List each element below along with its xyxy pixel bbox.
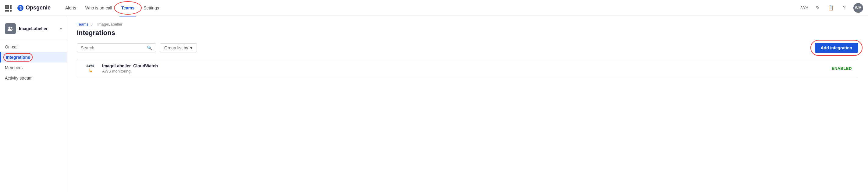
breadcrumb: Teams / ImageLabeller [77,22,858,27]
nav-right: 33% ✎ 📋 ? WM [800,3,863,13]
integrations-label: Integrations [6,55,30,60]
sidebar: ImageLabeller ▾ On-call Integrations Mem… [0,16,67,192]
nav-icon-clipboard[interactable]: 📋 [827,4,835,12]
svg-point-3 [11,27,12,29]
integration-status-badge: ENABLED [832,66,852,71]
grid-menu-icon[interactable] [5,5,11,11]
logo-text: Opsgenie [26,5,51,11]
search-input[interactable] [81,45,147,50]
nav-links: Alerts Who is on-call Teams Settings [62,4,163,12]
sidebar-item-activity-stream[interactable]: Activity stream [0,73,67,83]
nav-icon-help[interactable]: ? [840,4,848,12]
svg-point-1 [20,7,21,8]
nav-settings[interactable]: Settings [140,4,163,12]
user-avatar[interactable]: WM [854,3,863,13]
svg-point-2 [8,27,11,29]
sidebar-chevron-icon[interactable]: ▾ [60,27,62,31]
group-list-by-button[interactable]: Group list by ▾ [160,43,197,53]
main-content: Teams / ImageLabeller Integrations 🔍 Gro… [67,16,868,192]
add-integration-button[interactable]: Add integration [815,43,858,53]
table-row[interactable]: aws ↳ ImageLabeller_CloudWatch AWS monit… [77,59,858,78]
sidebar-team-name: ImageLabeller [19,26,57,31]
group-list-chevron-icon: ▾ [190,45,192,50]
logo[interactable]: Opsgenie [17,5,51,11]
toolbar: 🔍 Group list by ▾ Add integration [77,43,858,53]
team-icon-svg [7,26,13,32]
nav-teams[interactable]: Teams [118,4,138,12]
percent-badge: 33% [800,5,808,10]
integration-info: ImageLabeller_CloudWatch AWS monitoring. [102,63,828,73]
integration-list: aws ↳ ImageLabeller_CloudWatch AWS monit… [77,59,858,78]
layout: ImageLabeller ▾ On-call Integrations Mem… [0,16,868,192]
breadcrumb-current: ImageLabeller [97,22,122,27]
search-box[interactable]: 🔍 [77,43,156,53]
sidebar-item-members[interactable]: Members [0,62,67,73]
nav-left: Opsgenie Alerts Who is on-call Teams Set… [5,4,163,12]
search-icon: 🔍 [147,45,152,50]
group-list-label: Group list by [164,45,188,50]
opsgenie-logo-icon [17,5,24,11]
breadcrumb-teams-link[interactable]: Teams [77,22,88,27]
nav-alerts[interactable]: Alerts [62,4,80,12]
add-integration-wrapper: Add integration [815,43,858,53]
sidebar-team-icon [5,23,16,34]
integration-name: ImageLabeller_CloudWatch [102,63,828,68]
integration-description: AWS monitoring. [102,69,828,73]
breadcrumb-separator: / [91,22,93,27]
nav-icon-pencil[interactable]: ✎ [813,4,822,12]
aws-arrow-icon: ↳ [88,68,93,73]
sidebar-item-integrations[interactable]: Integrations [0,52,67,62]
nav-who-is-on-call[interactable]: Who is on-call [82,4,116,12]
aws-logo: aws ↳ [83,63,98,73]
sidebar-item-on-call[interactable]: On-call [0,42,67,52]
sidebar-header: ImageLabeller ▾ [0,21,67,39]
page-title: Integrations [77,29,858,37]
aws-logo-text: aws [86,63,95,67]
top-navigation: Opsgenie Alerts Who is on-call Teams Set… [0,0,868,16]
